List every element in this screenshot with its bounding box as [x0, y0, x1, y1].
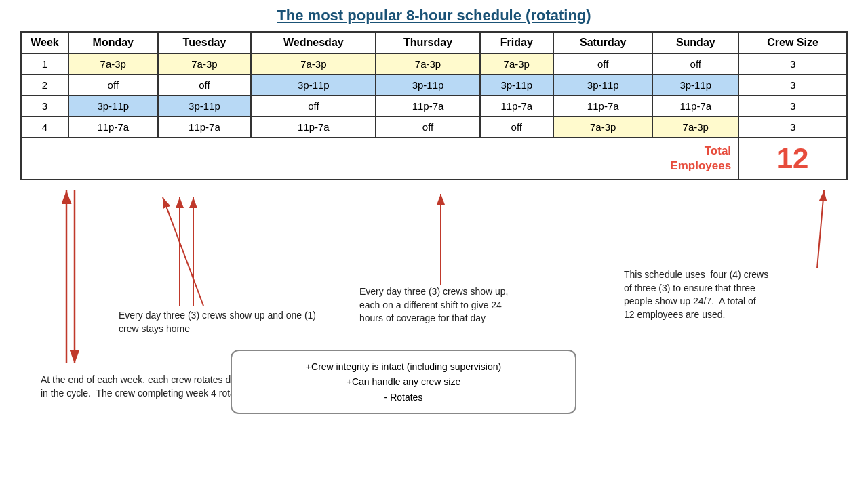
table-cell: off	[68, 75, 158, 96]
table-cell: 11p-7a	[652, 96, 738, 117]
table-cell: 4	[21, 117, 68, 138]
col-monday: Monday	[68, 32, 158, 54]
col-thursday: Thursday	[376, 32, 479, 54]
annotation-text-2: Every day three (3) crews show up,each o…	[359, 285, 590, 325]
table-cell: 11p-7a	[553, 96, 653, 117]
col-wednesday: Wednesday	[251, 32, 376, 54]
table-cell: 3p-11p	[376, 75, 479, 96]
schedule-table: Week Monday Tuesday Wednesday Thursday F…	[20, 31, 848, 180]
table-cell: 7a-3p	[68, 54, 158, 75]
total-employees-value: 12	[738, 138, 847, 180]
table-cell: 3p-11p	[480, 75, 553, 96]
svg-line-8	[817, 190, 824, 268]
table-cell: off	[480, 117, 553, 138]
table-cell: 3	[738, 117, 847, 138]
table-cell: 3p-11p	[553, 75, 653, 96]
table-cell: 3	[738, 96, 847, 117]
benefits-box: +Crew integrity is intact (including sup…	[231, 350, 576, 414]
table-cell: 3p-11p	[68, 96, 158, 117]
col-saturday: Saturday	[553, 32, 653, 54]
col-week: Week	[21, 32, 68, 54]
table-row: 33p-11p3p-11poff11p-7a11p-7a11p-7a11p-7a…	[21, 96, 847, 117]
table-cell: 7a-3p	[480, 54, 553, 75]
table-cell: 11p-7a	[480, 96, 553, 117]
table-cell: 7a-3p	[652, 117, 738, 138]
col-crewsize: Crew Size	[738, 32, 847, 54]
table-cell: 11p-7a	[68, 117, 158, 138]
page: The most popular 8-hour schedule (rotati…	[0, 0, 868, 488]
table-row: 411p-7a11p-7a11p-7aoffoff7a-3p7a-3p3	[21, 117, 847, 138]
table-cell: 3p-11p	[652, 75, 738, 96]
table-cell: off	[376, 117, 479, 138]
table-row: 2offoff3p-11p3p-11p3p-11p3p-11p3p-11p3	[21, 75, 847, 96]
table-cell: 7a-3p	[376, 54, 479, 75]
col-sunday: Sunday	[652, 32, 738, 54]
table-cell: off	[158, 75, 252, 96]
table-cell: 2	[21, 75, 68, 96]
table-cell: 3	[738, 54, 847, 75]
table-cell: off	[652, 54, 738, 75]
total-employees-label: TotalEmployees	[21, 138, 738, 180]
table-cell: off	[251, 96, 376, 117]
table-cell: 3	[21, 96, 68, 117]
col-friday: Friday	[480, 32, 553, 54]
col-tuesday: Tuesday	[158, 32, 252, 54]
table-cell: 7a-3p	[251, 54, 376, 75]
table-cell: 11p-7a	[376, 96, 479, 117]
table-cell: 11p-7a	[251, 117, 376, 138]
table-cell: 3p-11p	[251, 75, 376, 96]
annotation-text-1: Every day three (3) crews show up and on…	[119, 309, 329, 336]
table-cell: off	[553, 54, 653, 75]
table-cell: 3p-11p	[158, 96, 252, 117]
svg-line-6	[163, 197, 203, 306]
page-title: The most popular 8-hour schedule (rotati…	[14, 7, 854, 24]
table-row: 17a-3p7a-3p7a-3p7a-3p7a-3poffoff3	[21, 54, 847, 75]
table-cell: 7a-3p	[553, 117, 653, 138]
table-cell: 7a-3p	[158, 54, 252, 75]
table-cell: 3	[738, 75, 847, 96]
table-cell: 11p-7a	[158, 117, 252, 138]
annotation-text-3: This schedule uses four (4) crewsof thre…	[624, 268, 841, 321]
table-cell: 1	[21, 54, 68, 75]
